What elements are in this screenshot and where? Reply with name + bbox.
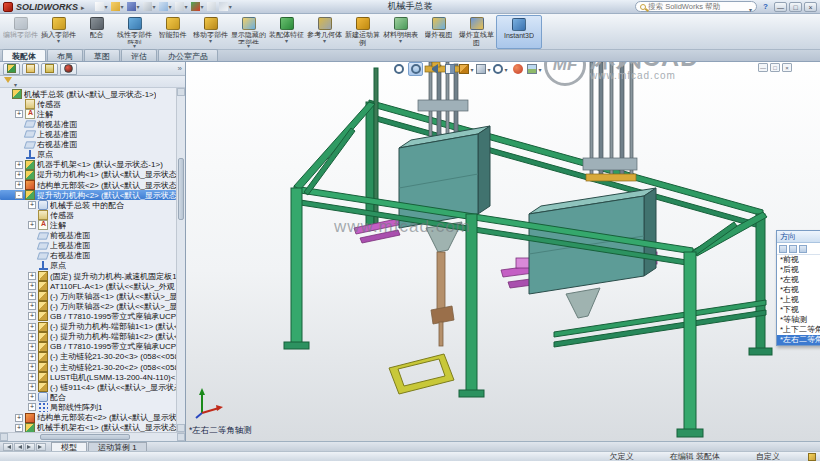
configurationmanager-tab[interactable]: [41, 63, 58, 75]
tree-expander-icon[interactable]: +: [28, 393, 36, 401]
quick-access-button[interactable]: [191, 2, 204, 11]
edit-appearance[interactable]: [510, 62, 525, 76]
scroll-right-icon[interactable]: [177, 433, 185, 441]
tree-expander-icon[interactable]: +: [28, 312, 36, 320]
feature-tree-item[interactable]: - 提升动力机构<2> (默认<默认_显示状态-1>): [0, 190, 176, 200]
feature-tree-item[interactable]: + (-) 链911<4> (默认<<默认>_显示状态 1>): [0, 382, 176, 392]
tree-expander-icon[interactable]: +: [28, 201, 36, 209]
quick-access-button[interactable]: [219, 2, 232, 11]
ribbon-button[interactable]: 材料明细表: [382, 15, 419, 49]
propertymanager-tab[interactable]: [22, 63, 39, 75]
feature-tree-item[interactable]: + 机械手机架右<1> (默认<默认_显示状态-1>): [0, 423, 176, 432]
feature-tree-item[interactable]: + 注解: [0, 109, 176, 119]
tree-expander-icon[interactable]: +: [28, 383, 36, 391]
orientation-view-item[interactable]: *前视: [777, 255, 820, 265]
feature-tree-item[interactable]: 原点: [0, 150, 176, 160]
doc-close[interactable]: ×: [782, 63, 792, 72]
feature-tree-item[interactable]: 上视基准面: [0, 241, 176, 251]
tree-expander-icon[interactable]: -: [15, 191, 23, 199]
quick-access-button[interactable]: [175, 2, 188, 11]
ribbon-button[interactable]: 参考几何体: [306, 15, 343, 49]
quick-access-button[interactable]: [95, 2, 108, 11]
tree-expander-icon[interactable]: +: [15, 424, 23, 432]
tree-expander-icon[interactable]: +: [28, 363, 36, 371]
orientation-view-item[interactable]: *后视: [777, 265, 820, 275]
feature-tree-item[interactable]: 机械手总装 (默认<默认_显示状态-1>): [0, 89, 176, 99]
feature-tree-item[interactable]: + 结构单元部装右<2> (默认<默认_显示状态-1>): [0, 413, 176, 423]
doc-minimize[interactable]: —: [758, 63, 768, 72]
orientation-view-item[interactable]: *上下二等角轴测: [777, 325, 820, 335]
apply-scene[interactable]: [527, 62, 542, 76]
feature-tree-item[interactable]: + GB / T7810-1995带立式座轴承UCP208-40<1>: [0, 311, 176, 321]
search-dropdown-icon[interactable]: [749, 0, 752, 16]
quick-access-button[interactable]: [159, 2, 172, 11]
ribbon-button[interactable]: 配合: [78, 15, 115, 49]
ribbon-button[interactable]: 装配体特征: [268, 15, 305, 49]
feature-tree-item[interactable]: + (-) 万向联轴器<2> (默认<<默认>_显示状态 1>): [0, 301, 176, 311]
feature-tree-item[interactable]: 上视基准面: [0, 129, 176, 139]
tree-expander-icon[interactable]: +: [28, 302, 36, 310]
tree-expander-icon[interactable]: +: [15, 110, 23, 118]
scroll-up-icon[interactable]: [177, 88, 185, 96]
command-tab[interactable]: 办公室产品: [158, 49, 218, 61]
ribbon-button[interactable]: 爆炸视图: [420, 15, 457, 49]
ribbon-button[interactable]: 显示隐藏的零部件: [230, 15, 267, 49]
view-orientation[interactable]: [459, 62, 474, 76]
ribbon-button[interactable]: 线性零部件阵列: [116, 15, 153, 49]
new-view[interactable]: [789, 245, 797, 253]
minimize[interactable]: —: [774, 2, 787, 12]
orientation-dialog-title[interactable]: 方向: [777, 231, 820, 243]
ribbon-button[interactable]: 编辑零部件: [2, 15, 39, 49]
command-tab[interactable]: 装配体: [2, 49, 46, 61]
doc-restore[interactable]: □: [770, 63, 780, 72]
maximize[interactable]: □: [789, 2, 802, 12]
pushpin[interactable]: [779, 245, 787, 253]
feature-tree-item[interactable]: + 提升动力机构<1> (默认<默认_显示状态-1>): [0, 170, 176, 180]
tree-expander-icon[interactable]: +: [28, 343, 36, 351]
filter-funnel-icon[interactable]: [4, 77, 12, 87]
feature-tree-item[interactable]: + AT110FL-A<1> (默认<<默认>_外观 显示状态>): [0, 281, 176, 291]
tree-expander-icon[interactable]: +: [28, 272, 36, 280]
feature-tree-item[interactable]: + 机器手机架<1> (默认<显示状态-1>): [0, 160, 176, 170]
tree-expander-icon[interactable]: +: [15, 181, 23, 189]
vertical-scroll-thumb[interactable]: [178, 158, 184, 220]
feature-tree-item[interactable]: + LUST电机(LSMM-13-200-4N-110)<1> (默认<<: [0, 372, 176, 382]
feature-tree-item[interactable]: + (固定) 提升动力机构-减速机固定板1<1> (默认<<: [0, 271, 176, 281]
command-tab[interactable]: 布局: [47, 49, 83, 61]
orientation-view-item[interactable]: *下视: [777, 305, 820, 315]
feature-tree-item[interactable]: 原点: [0, 261, 176, 271]
feature-tree-item[interactable]: 右视基准面: [0, 140, 176, 150]
tree-expander-icon[interactable]: +: [28, 353, 36, 361]
solidworks-menu[interactable]: SOLIDWORKS: [3, 2, 85, 12]
feature-tree-item[interactable]: + (-) 提升动力机构-端部轴1<2> (默认<<默认>_显: [0, 332, 176, 342]
graphics-viewport[interactable]: MF 沐风CAD www.mfcad.com www.mfcad.com —□×…: [186, 62, 820, 441]
feature-tree-item[interactable]: + (-) 主动链轮21-30-20<3> (058<<058>_显示状: [0, 352, 176, 362]
command-tab[interactable]: 草图: [84, 49, 120, 61]
appearances-tab[interactable]: [60, 63, 77, 75]
last-tab[interactable]: [36, 443, 46, 451]
orientation-view-item[interactable]: *右视: [777, 285, 820, 295]
previous-view[interactable]: [425, 62, 440, 76]
tree-vertical-scrollbar[interactable]: [176, 88, 185, 432]
ribbon-button[interactable]: 新建运动算例: [344, 15, 381, 49]
feature-tree-item[interactable]: + 注解: [0, 220, 176, 230]
tree-expander-icon[interactable]: +: [15, 171, 23, 179]
tree-expander-icon[interactable]: +: [28, 373, 36, 381]
tree-expander-icon[interactable]: +: [28, 282, 36, 290]
tree-expander-icon[interactable]: +: [28, 292, 36, 300]
panel-overflow-chevron-icon[interactable]: [178, 64, 182, 73]
zoom-to-area[interactable]: [408, 62, 423, 76]
first-tab[interactable]: [3, 443, 13, 451]
feature-tree-item[interactable]: 前视基准面: [0, 231, 176, 241]
feature-tree-item[interactable]: + GB / T7810-1995带立式座轴承UCP208-40<2>: [0, 342, 176, 352]
next-tab[interactable]: [25, 443, 35, 451]
quick-access-button[interactable]: [207, 2, 216, 11]
tree-expander-icon[interactable]: +: [28, 403, 36, 411]
model-tab[interactable]: 模型: [51, 442, 87, 451]
hide-show-items[interactable]: [493, 62, 508, 76]
tree-expander-icon[interactable]: +: [28, 221, 36, 229]
search-box[interactable]: [635, 1, 757, 12]
feature-tree-item[interactable]: + (-) 提升动力机构-端部轴1<1> (默认<<默认>_显: [0, 322, 176, 332]
horizontal-scroll-thumb[interactable]: [40, 434, 130, 440]
help-button[interactable]: ?: [761, 2, 770, 11]
